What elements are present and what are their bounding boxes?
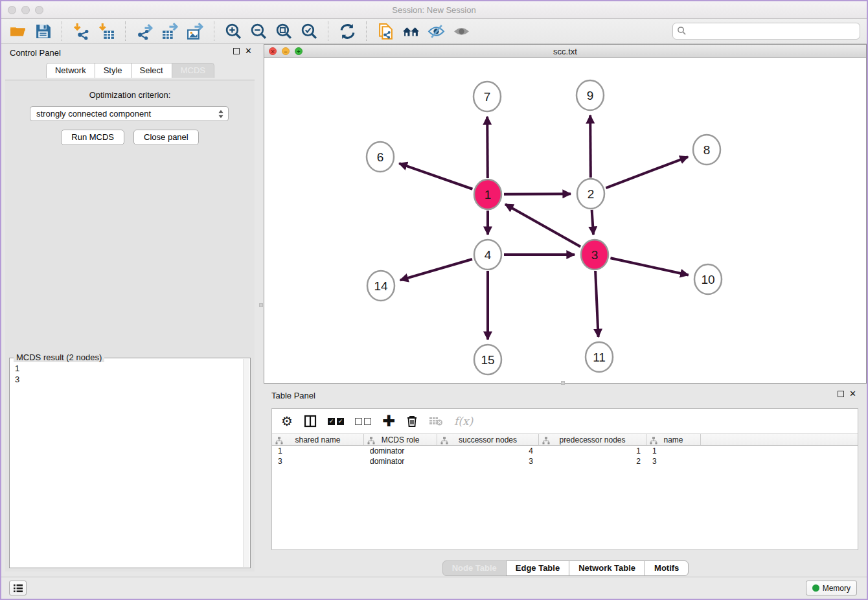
zoom-selected-icon[interactable] (299, 21, 319, 41)
node-8[interactable]: 8 (693, 135, 720, 165)
column-header-predecessor-nodes[interactable]: predecessor nodes (539, 434, 646, 445)
tab-edge-table[interactable]: Edge Table (506, 560, 569, 576)
node-1[interactable]: 1 (474, 179, 501, 209)
column-header-name[interactable]: name (646, 434, 701, 445)
edge-3-10[interactable] (610, 258, 688, 275)
close-panel-button[interactable]: Close panel (133, 130, 199, 145)
node-6[interactable]: 6 (367, 142, 394, 172)
tab-motifs[interactable]: Motifs (645, 560, 689, 576)
table-row[interactable]: 3dominator323 (272, 456, 858, 467)
split-columns-icon[interactable] (304, 413, 317, 429)
cell-predecessor-nodes[interactable]: 2 (539, 456, 646, 467)
edge-2-3[interactable] (592, 210, 593, 235)
zoom-out-icon[interactable] (249, 21, 268, 41)
tab-mcds[interactable]: MCDS (172, 63, 214, 78)
close-table-panel-icon[interactable]: ✕ (849, 391, 856, 397)
cell-name[interactable]: 3 (646, 456, 701, 467)
column-header-MCDS-role[interactable]: MCDS role (364, 434, 437, 445)
toolbar-separator (125, 21, 126, 41)
tab-network-table[interactable]: Network Table (569, 560, 645, 576)
tab-node-table[interactable]: Node Table (442, 560, 507, 576)
node-7[interactable]: 7 (474, 82, 501, 111)
network-window-titlebar[interactable]: ✕ − + scc.txt (264, 45, 866, 58)
edge-3-1[interactable] (505, 204, 580, 247)
add-column-icon[interactable]: ✚ (382, 413, 395, 429)
svg-text:1: 1 (485, 188, 492, 202)
task-history-button[interactable] (9, 581, 27, 595)
network-zoom-button[interactable]: + (295, 47, 303, 55)
cell-shared-name[interactable]: 1 (272, 446, 364, 456)
network-close-button[interactable]: ✕ (269, 47, 277, 55)
canvas-grip[interactable] (561, 381, 565, 385)
open-session-icon[interactable] (8, 21, 27, 41)
cell-shared-name[interactable]: 3 (272, 456, 364, 467)
delete-column-icon[interactable] (406, 413, 418, 429)
node-14[interactable]: 14 (367, 271, 394, 301)
edge-2-8[interactable] (606, 157, 688, 188)
cell-MCDS-role[interactable]: dominator (364, 456, 437, 467)
cell-successor-nodes[interactable]: 4 (437, 446, 539, 456)
column-header-successor-nodes[interactable]: successor nodes (437, 434, 539, 445)
import-table-icon[interactable] (97, 21, 116, 41)
clone-network-icon[interactable] (376, 21, 395, 41)
save-session-icon[interactable] (33, 21, 52, 41)
criterion-select[interactable]: strongly connected component (30, 106, 229, 121)
mcds-result-text[interactable]: 1 3 (10, 360, 242, 567)
table-tabs: Node TableEdge TableNetwork TableMotifs (264, 560, 867, 576)
cell-MCDS-role[interactable]: dominator (364, 446, 437, 456)
search-input[interactable] (672, 23, 860, 40)
application-window: { "window": { "title": "Session: New Ses… (0, 0, 868, 600)
deselect-checkboxes-icon[interactable] (355, 413, 371, 429)
edge-1-2[interactable] (504, 194, 571, 194)
show-all-icon[interactable] (451, 21, 471, 41)
network-canvas[interactable]: 7968124314101511 (264, 58, 866, 383)
edge-2-9[interactable] (590, 115, 591, 178)
node-15[interactable]: 15 (474, 345, 501, 375)
table-row[interactable]: 1dominator411 (272, 446, 858, 456)
edge-1-6[interactable] (399, 163, 472, 189)
tab-style[interactable]: Style (95, 63, 131, 78)
import-network-icon[interactable] (71, 21, 91, 41)
run-mcds-button[interactable]: Run MCDS (61, 130, 124, 145)
edge-3-11[interactable] (595, 271, 599, 337)
network-window-title: scc.txt (264, 45, 866, 56)
home-icon[interactable] (401, 21, 420, 41)
export-table-icon[interactable] (160, 21, 179, 41)
node-11[interactable]: 11 (586, 342, 613, 372)
tab-network[interactable]: Network (46, 63, 95, 78)
select-all-checkboxes-icon[interactable]: ✓✓ (328, 413, 344, 429)
mcds-panel: Optimization criterion: strongly connect… (5, 80, 255, 571)
export-image-icon[interactable] (185, 21, 205, 41)
edge-1-7[interactable] (487, 117, 488, 178)
refresh-icon[interactable] (337, 21, 357, 41)
table-header-row: shared nameMCDS rolesuccessor nodesprede… (272, 433, 858, 446)
close-panel-icon[interactable]: ✕ (245, 48, 252, 54)
toolbar-separator (328, 21, 328, 41)
export-network-icon[interactable] (135, 21, 154, 41)
panel-splitter[interactable] (258, 44, 264, 574)
node-4[interactable]: 4 (474, 240, 501, 270)
network-minimize-button[interactable]: − (282, 47, 290, 55)
zoom-in-icon[interactable] (223, 21, 243, 41)
float-panel-icon[interactable] (233, 48, 240, 54)
zoom-fit-icon[interactable] (274, 21, 293, 41)
gear-icon[interactable]: ⚙ (281, 413, 293, 429)
cell-successor-nodes[interactable]: 3 (437, 456, 539, 467)
tab-select[interactable]: Select (131, 63, 172, 78)
node-table: ⚙ ✓✓ ✚ f(x) shared nameMCDS rolesuccesso… (271, 408, 858, 550)
result-scrollbar[interactable] (243, 359, 249, 567)
cell-name[interactable]: 1 (646, 446, 701, 456)
edge-4-14[interactable] (400, 259, 472, 280)
column-header-shared-name[interactable]: shared name (272, 434, 364, 445)
float-table-panel-icon[interactable] (838, 391, 844, 397)
table-panel-title: Table Panel (271, 391, 315, 400)
memory-button[interactable]: Memory (806, 581, 857, 595)
search-icon (677, 26, 687, 36)
node-9[interactable]: 9 (577, 80, 604, 110)
node-10[interactable]: 10 (694, 264, 722, 294)
node-3[interactable]: 3 (581, 240, 608, 270)
svg-text:9: 9 (587, 89, 594, 102)
hide-selected-icon[interactable] (426, 21, 446, 41)
node-2[interactable]: 2 (577, 179, 604, 209)
cell-predecessor-nodes[interactable]: 1 (539, 446, 646, 456)
